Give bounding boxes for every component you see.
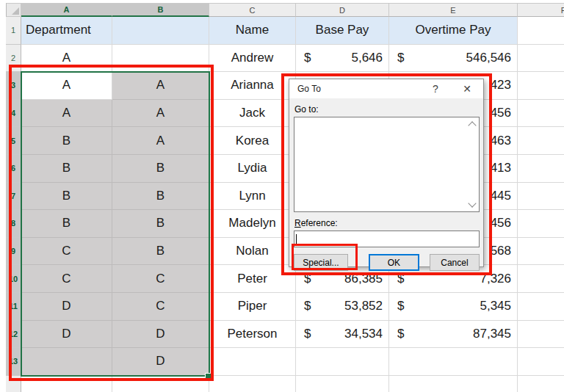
- cell-B4[interactable]: A: [112, 100, 209, 128]
- row-header-12[interactable]: 12: [6, 321, 21, 349]
- scroll-down-icon[interactable]: [468, 199, 476, 207]
- cell-C6[interactable]: Lydia: [209, 155, 296, 183]
- cell-A13[interactable]: [21, 348, 112, 376]
- row-header-9[interactable]: 9: [6, 238, 21, 266]
- cell-C8[interactable]: Madelyn: [209, 210, 296, 238]
- cell-A6[interactable]: B: [21, 155, 112, 183]
- cell-A5[interactable]: B: [21, 127, 112, 155]
- row-header-5[interactable]: 5: [6, 127, 21, 155]
- column-header-D[interactable]: D: [296, 3, 389, 17]
- cell-B11[interactable]: C: [112, 293, 209, 321]
- cell-C9[interactable]: Nolan: [209, 238, 296, 266]
- cell-F13[interactable]: [518, 348, 564, 376]
- cell-C4[interactable]: Jack: [209, 100, 296, 128]
- cell-C7[interactable]: Lynn: [209, 183, 296, 211]
- cell-C10[interactable]: Peter: [209, 265, 296, 293]
- cell-B7[interactable]: B: [112, 183, 209, 211]
- cell-E1[interactable]: Overtime Pay: [389, 17, 518, 45]
- cell-F9[interactable]: [518, 238, 564, 266]
- cell-B14[interactable]: [112, 376, 209, 392]
- ok-button[interactable]: OK: [369, 254, 419, 271]
- cell-B13[interactable]: D: [112, 348, 209, 376]
- cell-A8[interactable]: B: [21, 210, 112, 238]
- row-header-6[interactable]: 6: [6, 155, 21, 183]
- cell-D1[interactable]: Base Pay: [296, 17, 389, 45]
- cell-A9[interactable]: C: [21, 238, 112, 266]
- cell-F10[interactable]: [518, 265, 564, 293]
- cell-B1[interactable]: [112, 17, 209, 45]
- cancel-button[interactable]: Cancel: [430, 254, 480, 271]
- cell-D14[interactable]: [296, 376, 389, 392]
- cell-E12[interactable]: $87,345: [389, 321, 518, 349]
- cell-D13[interactable]: [296, 348, 389, 376]
- cell-E14[interactable]: [389, 376, 518, 392]
- row-header-10[interactable]: 10: [6, 265, 21, 293]
- cell-C5[interactable]: Korea: [209, 127, 296, 155]
- cell-C11[interactable]: Piper: [209, 293, 296, 321]
- cell-C12[interactable]: Peterson: [209, 321, 296, 349]
- cell-C14[interactable]: [209, 376, 296, 392]
- cell-A10[interactable]: C: [21, 265, 112, 293]
- cell-C13[interactable]: [209, 348, 296, 376]
- cell-B9[interactable]: B: [112, 238, 209, 266]
- cell-B5[interactable]: A: [112, 127, 209, 155]
- cell-A2[interactable]: A: [21, 45, 112, 73]
- cell-F4[interactable]: [518, 100, 564, 128]
- row-header-11[interactable]: 11: [6, 293, 21, 321]
- cell-A7[interactable]: B: [21, 183, 112, 211]
- cell-A11[interactable]: D: [21, 293, 112, 321]
- cell-B3[interactable]: A: [112, 72, 209, 100]
- row-header-3[interactable]: 3: [6, 72, 21, 100]
- select-all-corner[interactable]: [6, 3, 21, 17]
- close-icon[interactable]: ✕: [461, 83, 473, 95]
- row-header-13[interactable]: 13: [6, 348, 21, 376]
- cell-A1[interactable]: Department: [21, 17, 112, 45]
- cell-A12[interactable]: D: [21, 321, 112, 349]
- cell-B10[interactable]: C: [112, 265, 209, 293]
- row-header-7[interactable]: 7: [6, 183, 21, 211]
- cell-F2[interactable]: [518, 45, 564, 73]
- row-header-2[interactable]: 2: [6, 45, 21, 73]
- cell-F14[interactable]: [518, 376, 564, 392]
- cell-A14[interactable]: [21, 376, 112, 392]
- dialog-titlebar[interactable]: Go To ? ✕: [289, 79, 483, 98]
- cell-C3[interactable]: Arianna: [209, 72, 296, 100]
- column-header-C[interactable]: C: [209, 3, 296, 17]
- row-header-1[interactable]: 1: [6, 17, 21, 45]
- cell-F7[interactable]: [518, 183, 564, 211]
- cell-B2[interactable]: [112, 45, 209, 73]
- cell-E2[interactable]: $546,546: [389, 45, 518, 73]
- cell-F5[interactable]: [518, 127, 564, 155]
- cell-B8[interactable]: B: [112, 210, 209, 238]
- cell-D12[interactable]: $34,534: [296, 321, 389, 349]
- fill-handle[interactable]: [205, 373, 212, 380]
- cell-F1[interactable]: [518, 17, 564, 45]
- cell-D2[interactable]: $5,646: [296, 45, 389, 73]
- cell-F11[interactable]: [518, 293, 564, 321]
- cell-F8[interactable]: [518, 210, 564, 238]
- cell-A3[interactable]: A: [21, 72, 112, 100]
- cell-E13[interactable]: [389, 348, 518, 376]
- cell-B6[interactable]: B: [112, 155, 209, 183]
- row-header-blank[interactable]: [6, 376, 21, 392]
- cell-F12[interactable]: [518, 321, 564, 349]
- help-icon[interactable]: ?: [430, 83, 441, 95]
- row-header-4[interactable]: 4: [6, 100, 21, 128]
- cell-B12[interactable]: D: [112, 321, 209, 349]
- cell-F6[interactable]: [518, 155, 564, 183]
- cell-E11[interactable]: $5,345: [389, 293, 518, 321]
- cell-C1[interactable]: Name: [209, 17, 296, 45]
- special-button[interactable]: Special...: [294, 254, 348, 271]
- column-header-F[interactable]: F: [518, 3, 564, 17]
- cell-C2[interactable]: Andrew: [209, 45, 296, 73]
- cell-D11[interactable]: $53,852: [296, 293, 389, 321]
- cell-F3[interactable]: [518, 72, 564, 100]
- row-header-8[interactable]: 8: [6, 210, 21, 238]
- reference-input[interactable]: [294, 231, 480, 247]
- column-header-E[interactable]: E: [389, 3, 518, 17]
- column-header-B[interactable]: B: [112, 3, 209, 17]
- goto-listbox[interactable]: [294, 117, 480, 212]
- scroll-up-icon[interactable]: [468, 121, 476, 129]
- cell-A4[interactable]: A: [21, 100, 112, 128]
- column-header-A[interactable]: A: [21, 3, 112, 17]
